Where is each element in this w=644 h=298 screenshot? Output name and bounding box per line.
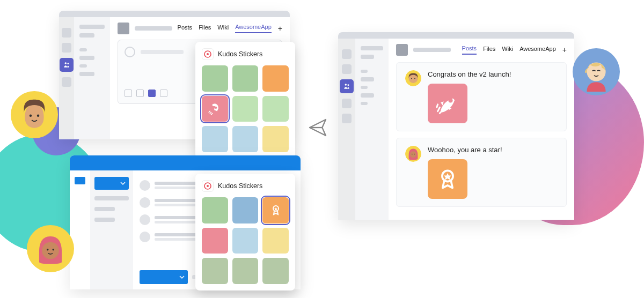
person-avatar-1 <box>11 91 58 138</box>
post-author-avatar-2 <box>405 146 421 162</box>
tab-awesomeapp[interactable]: AwesomeApp <box>519 46 556 54</box>
svg-point-26 <box>414 78 415 79</box>
sticker-picker-title: Kudos Stickers <box>218 182 262 190</box>
app-rail <box>59 17 74 139</box>
svg-point-5 <box>47 249 49 251</box>
svg-point-21 <box>345 84 347 86</box>
tab-posts[interactable]: Posts <box>462 45 477 55</box>
sticker-option[interactable] <box>202 228 228 254</box>
sticker-option[interactable] <box>232 228 259 254</box>
tab-awesomeapp[interactable]: AwesomeApp <box>235 24 272 33</box>
svg-point-30 <box>412 154 413 155</box>
tab-wiki[interactable]: Wiki <box>217 24 229 33</box>
teams-icon[interactable] <box>60 58 74 72</box>
mail-icon[interactable] <box>75 177 85 184</box>
sticker-picker: Kudos Stickers <box>195 174 295 290</box>
sticker-button[interactable] <box>148 90 156 97</box>
svg-point-4 <box>42 242 59 259</box>
award-sticker <box>428 159 467 199</box>
sticker-picker-title: Kudos Stickers <box>218 50 262 58</box>
tab-files[interactable]: Files <box>199 24 211 33</box>
sticker-option[interactable] <box>232 65 259 92</box>
sticker-option[interactable] <box>202 126 228 152</box>
svg-point-1 <box>30 115 32 117</box>
svg-point-22 <box>347 84 349 86</box>
channel-icon <box>396 44 408 56</box>
svg-point-19 <box>207 185 209 187</box>
sticker-picker: Kudos Stickers <box>195 42 295 159</box>
sticker-option[interactable] <box>232 258 259 284</box>
outlook-compose-window: Kudos Stickers <box>70 155 301 289</box>
svg-point-6 <box>53 249 55 251</box>
titlebar <box>70 155 301 170</box>
sticker-option[interactable] <box>262 258 289 284</box>
titlebar <box>59 11 290 17</box>
sticker-option-rocket[interactable] <box>202 96 228 122</box>
channel-icon <box>118 23 129 34</box>
add-tab-button[interactable]: + <box>278 24 282 33</box>
app-logo-icon <box>202 48 214 60</box>
add-tab-button[interactable]: + <box>562 46 567 54</box>
channel-sidebar <box>355 39 389 220</box>
attach-button[interactable] <box>136 90 144 97</box>
rocket-sticker <box>428 84 467 123</box>
sticker-option[interactable] <box>262 126 289 152</box>
post-message: Woohoo, you are a star! <box>428 146 558 154</box>
post-message: Congrats on the v2 launch! <box>428 70 558 78</box>
app-rail <box>338 39 355 220</box>
send-button[interactable] <box>140 270 188 284</box>
sticker-option[interactable] <box>202 258 228 284</box>
sticker-option[interactable] <box>202 197 228 224</box>
svg-point-2 <box>37 115 39 117</box>
new-message-button[interactable] <box>94 177 129 190</box>
svg-point-27 <box>448 98 452 102</box>
tab-files[interactable]: Files <box>483 46 495 54</box>
sticker-option[interactable] <box>262 96 289 122</box>
sticker-option[interactable] <box>262 228 289 254</box>
svg-point-29 <box>410 151 416 158</box>
person-avatar-2 <box>27 225 74 272</box>
teams-compose-window: Posts Files Wiki AwesomeApp + <box>59 11 290 139</box>
sticker-option[interactable] <box>262 65 289 92</box>
chat-post: Congrats on the v2 launch! <box>396 62 567 131</box>
format-button[interactable] <box>125 90 132 97</box>
sticker-option[interactable] <box>232 126 259 152</box>
titlebar <box>338 32 574 39</box>
sticker-option[interactable] <box>232 96 259 122</box>
tab-posts[interactable]: Posts <box>178 24 193 33</box>
svg-point-12 <box>207 53 209 55</box>
svg-point-31 <box>414 154 415 155</box>
teams-icon[interactable] <box>340 79 354 93</box>
svg-point-9 <box>65 62 67 64</box>
emoji-button[interactable] <box>160 90 167 97</box>
send-arrow-icon <box>307 117 328 140</box>
channel-sidebar <box>74 17 109 139</box>
person-avatar-3 <box>573 48 620 95</box>
folder-nav <box>90 170 133 289</box>
svg-point-13 <box>215 107 217 109</box>
app-logo-icon <box>202 180 214 192</box>
tab-wiki[interactable]: Wiki <box>502 46 513 54</box>
sticker-option[interactable] <box>202 65 228 92</box>
chat-post: Woohoo, you are a star! <box>396 138 567 207</box>
sticker-option[interactable] <box>232 197 259 224</box>
svg-point-10 <box>68 63 69 64</box>
teams-result-window: Posts Files Wiki AwesomeApp + Congrats o… <box>338 32 574 220</box>
sticker-option-award[interactable] <box>262 197 289 224</box>
post-author-avatar-1 <box>405 70 421 86</box>
svg-point-25 <box>411 78 412 79</box>
